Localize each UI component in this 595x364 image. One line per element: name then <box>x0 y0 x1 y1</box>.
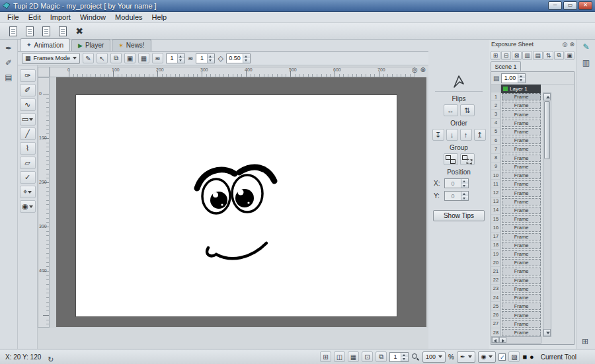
titlebar[interactable]: Tupi 2D Magic - my_project [ by Your nam… <box>0 0 595 12</box>
nodes-tool-button[interactable]: ⌇ <box>20 142 36 155</box>
notes-dock-icon[interactable]: ▥ <box>582 58 590 67</box>
frame-cell[interactable]: Frame <box>502 285 541 293</box>
vertical-scrollbar-thumb[interactable] <box>544 101 550 159</box>
scroll-down-button[interactable] <box>543 329 551 336</box>
tab-news[interactable]: ✶ News! <box>112 39 151 51</box>
frame-row[interactable]: 25Frame <box>491 302 541 310</box>
frame-cell[interactable]: Frame <box>502 215 541 223</box>
onion-skin-button[interactable]: ≋ <box>152 53 163 63</box>
frame-cell[interactable]: Frame <box>502 163 541 170</box>
next-frames-input[interactable] <box>196 54 207 63</box>
frame-row[interactable]: 10Frame <box>491 171 541 180</box>
frame-cell[interactable]: Frame <box>502 120 541 127</box>
refresh-icon[interactable]: ↻ <box>48 355 54 364</box>
pen-tool-button[interactable]: ✑ <box>20 69 36 82</box>
frame-row[interactable]: 6Frame <box>491 136 541 145</box>
new-project-button[interactable] <box>6 24 20 38</box>
menu-help[interactable]: Help <box>147 13 172 22</box>
frame-cell[interactable]: Frame <box>502 207 541 214</box>
frame-cell[interactable]: Frame <box>502 110 541 118</box>
frame-cell[interactable]: Frame <box>502 145 541 153</box>
exposure-grid-button[interactable]: ▦ <box>138 53 149 63</box>
close-canvas-icon[interactable]: ⊗ <box>420 66 426 73</box>
onion-factor-input[interactable] <box>227 54 243 63</box>
frame-row[interactable]: 5Frame <box>491 127 541 136</box>
frame-cell[interactable]: Frame <box>502 155 541 162</box>
frame-cell[interactable]: Frame <box>502 311 541 318</box>
tab-player[interactable]: ▶ Player <box>71 39 110 51</box>
paste-frame-button[interactable]: ▣ <box>124 53 136 63</box>
frame-row[interactable]: 23Frame <box>491 285 541 293</box>
spin-down-button[interactable] <box>243 58 250 63</box>
spin-down-button[interactable] <box>518 78 525 83</box>
spin-down-button[interactable] <box>401 357 408 361</box>
frame-cell[interactable]: Frame <box>502 259 541 266</box>
pencil-tool-button[interactable]: ✐ <box>20 84 36 96</box>
frame-row[interactable]: 24Frame <box>491 293 541 302</box>
shapes-tool-button[interactable]: ▭ <box>20 113 36 126</box>
frame-cell[interactable]: Frame <box>502 172 541 179</box>
paste-frame-button[interactable]: ▣ <box>565 51 575 60</box>
bring-to-front-button[interactable]: ↥ <box>474 129 486 141</box>
show-grid-button[interactable]: ⊞ <box>320 351 331 362</box>
frame-row[interactable]: 8Frame <box>491 154 541 163</box>
safe-area-button[interactable]: ⊡ <box>362 351 373 362</box>
group-button[interactable] <box>444 153 458 165</box>
frame-cell[interactable]: Frame <box>502 268 541 275</box>
frame-row[interactable]: 12Frame <box>491 188 541 197</box>
frame-cell[interactable]: Frame <box>502 294 541 301</box>
remove-frame-button[interactable]: ▤ <box>533 51 543 60</box>
light-table-button[interactable]: ⧉ <box>376 351 387 362</box>
onion-factor-spinner[interactable] <box>226 54 251 63</box>
frame-row[interactable]: 21Frame <box>491 267 541 275</box>
open-project-button[interactable] <box>22 24 37 38</box>
frames-mode-combobox[interactable]: ▦ Frames Mode <box>22 53 80 64</box>
frame-row[interactable]: 17Frame <box>491 233 541 241</box>
frame-cell[interactable]: Frame <box>502 303 541 310</box>
spline-tool-button[interactable]: ∿ <box>20 98 36 111</box>
frame-row[interactable]: 14Frame <box>491 206 541 215</box>
frame-cell[interactable]: Frame <box>502 224 541 231</box>
frame-row[interactable]: 3Frame <box>491 110 541 118</box>
frame-row[interactable]: 13Frame <box>491 198 541 206</box>
grid-dock-icon[interactable]: ⊞ <box>582 337 588 346</box>
x-position-input[interactable] <box>445 179 461 188</box>
frame-row[interactable]: 18Frame <box>491 241 541 250</box>
undock-panel-icon[interactable]: ◎ <box>563 41 568 48</box>
spin-down-button[interactable] <box>178 58 184 63</box>
menu-file[interactable]: File <box>3 13 24 22</box>
brushes-dock-icon[interactable]: ✎ <box>582 42 589 52</box>
frame-row[interactable]: 20Frame <box>491 258 541 267</box>
frame-cell[interactable]: Frame <box>502 137 541 144</box>
show-mesh-button[interactable]: ▦ <box>348 351 359 362</box>
frame-cell[interactable]: Frame <box>502 320 541 328</box>
undock-canvas-icon[interactable]: ◎ <box>412 66 418 73</box>
frame-cell[interactable]: Frame <box>502 93 541 100</box>
frame-cell[interactable]: Frame <box>502 233 541 240</box>
brush-style-combobox[interactable]: ◉ <box>478 351 496 363</box>
pen-width-combobox[interactable]: ✒ <box>457 351 475 363</box>
copy-frame-button[interactable]: ⧉ <box>554 51 564 60</box>
frame-cell[interactable]: Frame <box>502 180 541 188</box>
menu-modules[interactable]: Modules <box>110 13 147 22</box>
texture-button[interactable]: ▨ <box>508 351 520 362</box>
save-project-button[interactable] <box>39 24 54 38</box>
flip-horizontal-button[interactable]: ↔ <box>444 104 458 116</box>
frame-row[interactable]: 26Frame <box>491 310 541 319</box>
frame-row[interactable]: 16Frame <box>491 223 541 232</box>
brush-dock-icon[interactable]: ✐ <box>5 58 12 67</box>
y-position-input[interactable] <box>445 192 461 200</box>
contour-color-swatch[interactable]: ■ <box>522 353 527 361</box>
frame-row[interactable]: 1Frame <box>491 92 541 101</box>
frame-row[interactable]: 22Frame <box>491 276 541 285</box>
y-position-spinner[interactable] <box>444 191 469 201</box>
frame-row[interactable]: 7Frame <box>491 145 541 153</box>
menu-window[interactable]: Window <box>75 13 110 22</box>
flip-vertical-button[interactable]: ⇅ <box>460 104 475 116</box>
preferences-button[interactable]: ✖ <box>72 24 87 38</box>
eraser-tool-button[interactable]: ▱ <box>20 157 36 169</box>
previous-frames-input[interactable] <box>167 54 177 63</box>
scroll-right-button[interactable] <box>499 337 506 343</box>
minimize-button[interactable]: ─ <box>548 1 562 10</box>
frames-horizontal-scrollbar[interactable] <box>491 336 541 344</box>
